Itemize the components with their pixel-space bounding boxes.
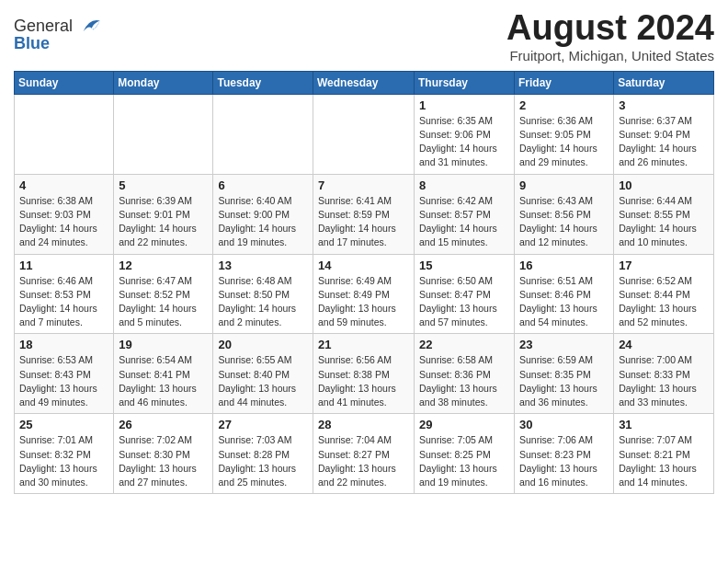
week-row-5: 25Sunrise: 7:01 AM Sunset: 8:32 PM Dayli… [15, 414, 714, 494]
day-info: Sunrise: 6:59 AM Sunset: 8:35 PM Dayligh… [519, 353, 609, 409]
day-number: 17 [619, 259, 709, 272]
day-info: Sunrise: 6:48 AM Sunset: 8:50 PM Dayligh… [218, 274, 308, 330]
day-info: Sunrise: 7:07 AM Sunset: 8:21 PM Dayligh… [619, 433, 709, 489]
calendar-cell [213, 94, 313, 174]
day-number: 24 [619, 338, 709, 351]
week-row-3: 11Sunrise: 6:46 AM Sunset: 8:53 PM Dayli… [15, 254, 714, 334]
calendar-cell: 26Sunrise: 7:02 AM Sunset: 8:30 PM Dayli… [114, 414, 213, 494]
calendar-cell: 1Sunrise: 6:35 AM Sunset: 9:06 PM Daylig… [415, 94, 515, 174]
calendar-cell: 5Sunrise: 6:39 AM Sunset: 9:01 PM Daylig… [114, 174, 213, 254]
day-number: 8 [419, 178, 509, 192]
day-info: Sunrise: 6:46 AM Sunset: 8:53 PM Dayligh… [19, 274, 108, 330]
day-info: Sunrise: 6:38 AM Sunset: 9:03 PM Dayligh… [19, 194, 108, 250]
calendar-cell: 21Sunrise: 6:56 AM Sunset: 8:38 PM Dayli… [313, 334, 415, 414]
day-info: Sunrise: 6:56 AM Sunset: 8:38 PM Dayligh… [318, 353, 409, 409]
day-info: Sunrise: 6:42 AM Sunset: 8:57 PM Dayligh… [419, 194, 509, 250]
week-row-4: 18Sunrise: 6:53 AM Sunset: 8:43 PM Dayli… [15, 334, 714, 414]
week-row-2: 4Sunrise: 6:38 AM Sunset: 9:03 PM Daylig… [15, 174, 714, 254]
day-number: 2 [519, 98, 609, 112]
day-header-monday: Monday [114, 71, 213, 94]
logo-general-text: General [14, 17, 73, 34]
calendar-cell: 30Sunrise: 7:06 AM Sunset: 8:23 PM Dayli… [515, 414, 614, 494]
logo-blue-text: Blue [14, 35, 102, 52]
day-number: 9 [519, 178, 609, 192]
calendar-cell: 22Sunrise: 6:58 AM Sunset: 8:36 PM Dayli… [415, 334, 515, 414]
day-info: Sunrise: 6:39 AM Sunset: 9:01 PM Dayligh… [119, 194, 208, 250]
day-number: 19 [119, 338, 208, 351]
calendar-cell: 10Sunrise: 6:44 AM Sunset: 8:55 PM Dayli… [614, 174, 714, 254]
calendar-cell: 31Sunrise: 7:07 AM Sunset: 8:21 PM Dayli… [614, 414, 714, 494]
calendar-cell: 28Sunrise: 7:04 AM Sunset: 8:27 PM Dayli… [313, 414, 415, 494]
day-info: Sunrise: 6:36 AM Sunset: 9:05 PM Dayligh… [519, 114, 609, 170]
day-info: Sunrise: 7:01 AM Sunset: 8:32 PM Dayligh… [19, 433, 108, 489]
day-info: Sunrise: 7:05 AM Sunset: 8:25 PM Dayligh… [419, 433, 509, 489]
day-number: 14 [318, 259, 409, 272]
calendar-cell [313, 94, 415, 174]
title-area: August 2024 Fruitport, Michigan, United … [506, 9, 714, 63]
day-info: Sunrise: 6:35 AM Sunset: 9:06 PM Dayligh… [419, 114, 509, 170]
day-number: 10 [619, 178, 709, 192]
day-number: 23 [519, 338, 609, 351]
day-info: Sunrise: 6:54 AM Sunset: 8:41 PM Dayligh… [119, 353, 208, 409]
location: Fruitport, Michigan, United States [506, 48, 714, 63]
day-number: 18 [19, 338, 108, 351]
day-info: Sunrise: 6:37 AM Sunset: 9:04 PM Dayligh… [619, 114, 709, 170]
day-info: Sunrise: 6:52 AM Sunset: 8:44 PM Dayligh… [619, 274, 709, 330]
day-header-sunday: Sunday [15, 71, 114, 94]
day-info: Sunrise: 6:41 AM Sunset: 8:59 PM Dayligh… [318, 194, 409, 250]
day-number: 5 [119, 178, 208, 192]
days-of-week-row: SundayMondayTuesdayWednesdayThursdayFrid… [15, 71, 714, 94]
day-number: 1 [419, 98, 509, 112]
day-info: Sunrise: 6:43 AM Sunset: 8:56 PM Dayligh… [519, 194, 609, 250]
calendar-cell: 19Sunrise: 6:54 AM Sunset: 8:41 PM Dayli… [114, 334, 213, 414]
day-info: Sunrise: 6:50 AM Sunset: 8:47 PM Dayligh… [419, 274, 509, 330]
day-header-tuesday: Tuesday [213, 71, 313, 94]
day-header-thursday: Thursday [415, 71, 515, 94]
day-header-wednesday: Wednesday [313, 71, 415, 94]
calendar-cell: 27Sunrise: 7:03 AM Sunset: 8:28 PM Dayli… [213, 414, 313, 494]
day-info: Sunrise: 7:00 AM Sunset: 8:33 PM Dayligh… [619, 353, 709, 409]
calendar-cell [114, 94, 213, 174]
day-number: 4 [19, 178, 108, 192]
calendar-cell: 12Sunrise: 6:47 AM Sunset: 8:52 PM Dayli… [114, 254, 213, 334]
calendar-cell: 2Sunrise: 6:36 AM Sunset: 9:05 PM Daylig… [515, 94, 614, 174]
month-title: August 2024 [506, 9, 714, 48]
calendar-cell: 7Sunrise: 6:41 AM Sunset: 8:59 PM Daylig… [313, 174, 415, 254]
calendar-cell: 8Sunrise: 6:42 AM Sunset: 8:57 PM Daylig… [415, 174, 515, 254]
day-info: Sunrise: 7:06 AM Sunset: 8:23 PM Dayligh… [519, 433, 609, 489]
calendar-cell: 9Sunrise: 6:43 AM Sunset: 8:56 PM Daylig… [515, 174, 614, 254]
calendar-cell: 24Sunrise: 7:00 AM Sunset: 8:33 PM Dayli… [614, 334, 714, 414]
day-info: Sunrise: 7:02 AM Sunset: 8:30 PM Dayligh… [119, 433, 208, 489]
calendar-cell: 3Sunrise: 6:37 AM Sunset: 9:04 PM Daylig… [614, 94, 714, 174]
day-number: 13 [218, 259, 308, 272]
calendar-cell: 25Sunrise: 7:01 AM Sunset: 8:32 PM Dayli… [15, 414, 114, 494]
day-number: 16 [519, 259, 609, 272]
calendar-cell: 20Sunrise: 6:55 AM Sunset: 8:40 PM Dayli… [213, 334, 313, 414]
calendar: SundayMondayTuesdayWednesdayThursdayFrid… [14, 71, 714, 494]
calendar-cell: 14Sunrise: 6:49 AM Sunset: 8:49 PM Dayli… [313, 254, 415, 334]
day-number: 25 [19, 418, 108, 431]
day-info: Sunrise: 7:04 AM Sunset: 8:27 PM Dayligh… [318, 433, 409, 489]
calendar-cell [15, 94, 114, 174]
calendar-cell: 13Sunrise: 6:48 AM Sunset: 8:50 PM Dayli… [213, 254, 313, 334]
logo-bird-icon [76, 17, 102, 35]
day-info: Sunrise: 6:51 AM Sunset: 8:46 PM Dayligh… [519, 274, 609, 330]
header: General Blue August 2024 Fruitport, Mich… [14, 9, 714, 63]
day-number: 20 [218, 338, 308, 351]
calendar-cell: 16Sunrise: 6:51 AM Sunset: 8:46 PM Dayli… [515, 254, 614, 334]
day-number: 12 [119, 259, 208, 272]
day-number: 31 [619, 418, 709, 431]
day-number: 27 [218, 418, 308, 431]
day-number: 11 [19, 259, 108, 272]
day-number: 15 [419, 259, 509, 272]
day-info: Sunrise: 7:03 AM Sunset: 8:28 PM Dayligh… [218, 433, 308, 489]
day-number: 30 [519, 418, 609, 431]
day-number: 26 [119, 418, 208, 431]
day-info: Sunrise: 6:49 AM Sunset: 8:49 PM Dayligh… [318, 274, 409, 330]
day-info: Sunrise: 6:47 AM Sunset: 8:52 PM Dayligh… [119, 274, 208, 330]
day-number: 29 [419, 418, 509, 431]
calendar-cell: 15Sunrise: 6:50 AM Sunset: 8:47 PM Dayli… [415, 254, 515, 334]
calendar-cell: 29Sunrise: 7:05 AM Sunset: 8:25 PM Dayli… [415, 414, 515, 494]
day-number: 21 [318, 338, 409, 351]
day-info: Sunrise: 6:55 AM Sunset: 8:40 PM Dayligh… [218, 353, 308, 409]
